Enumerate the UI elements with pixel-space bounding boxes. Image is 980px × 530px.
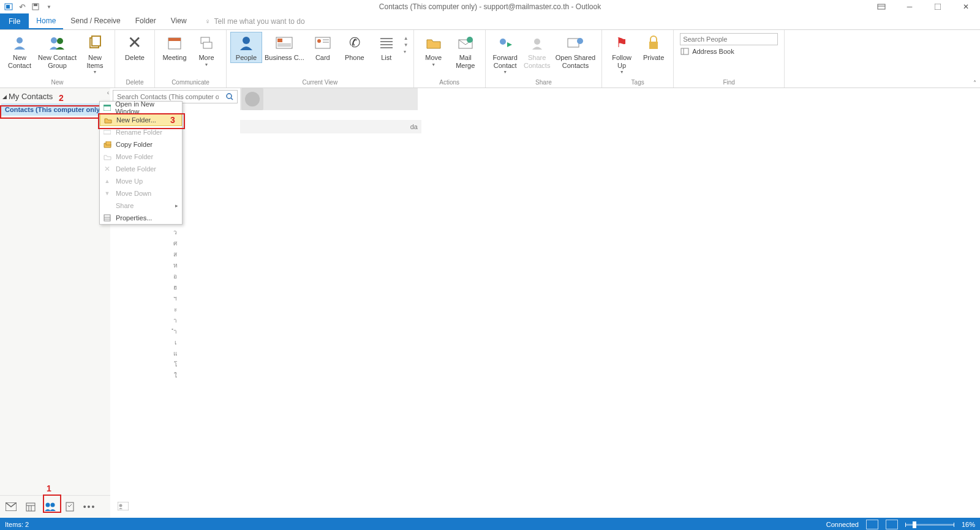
my-contacts-header[interactable]: ◢ My Contacts [0, 88, 110, 103]
private-button[interactable]: Private [638, 32, 669, 62]
search-people-input[interactable] [680, 33, 778, 45]
new-contact-group-button[interactable]: New Contact Group [36, 32, 79, 69]
index-letter[interactable]: ว [173, 228, 177, 236]
view-list-button[interactable]: List [371, 32, 402, 62]
index-letter[interactable]: ะ [174, 305, 177, 313]
view-card-label: Card [315, 54, 330, 62]
ribbon-display-icon[interactable] [867, 0, 895, 13]
svg-rect-21 [315, 37, 330, 48]
tab-view[interactable]: View [164, 13, 194, 29]
nav-calendar-icon[interactable] [21, 497, 40, 517]
view-business-card-button[interactable]: Business C... [262, 32, 307, 62]
zoom-slider[interactable] [905, 524, 954, 526]
address-book-button[interactable]: Address Book [680, 47, 778, 56]
follow-up-button[interactable]: ⚑ Follow Up ▼ [606, 32, 638, 75]
minimize-button[interactable]: ─ [895, 0, 924, 13]
index-letter[interactable]: เ [175, 338, 176, 346]
view-reading-icon[interactable] [886, 520, 898, 529]
share-contacts-button[interactable]: Share Contacts [521, 32, 553, 69]
bottom-person-card-icon[interactable] [118, 502, 129, 510]
ctx-open-new-window-label: Open in New Window [115, 100, 177, 115]
chevron-down-icon: ▼ [93, 70, 97, 75]
nav-tasks-icon[interactable] [60, 497, 80, 517]
index-letter[interactable]: า [173, 316, 177, 324]
folder-move-icon [424, 33, 443, 53]
maximize-button[interactable] [924, 0, 952, 13]
ctx-copy-folder[interactable]: Copy Folder [100, 138, 182, 151]
index-letter[interactable]: ห [173, 261, 178, 269]
index-letter[interactable]: ศ [173, 239, 177, 247]
view-people-button[interactable]: People [230, 32, 262, 63]
tab-send-receive[interactable]: Send / Receive [63, 13, 127, 29]
ribbon-group-tags: ⚑ Follow Up ▼ Private Tags [602, 30, 674, 88]
group-new-label: New [51, 78, 63, 88]
forward-contact-button[interactable]: Forward Contact ▼ [489, 32, 521, 75]
ctx-move-down-label: Move Down [116, 190, 151, 197]
content-area: da [240, 88, 980, 518]
delete-button[interactable]: ✕ Delete [119, 32, 151, 62]
person-icon [10, 33, 29, 53]
svg-rect-11 [92, 36, 100, 46]
index-letter[interactable]: ใ [174, 371, 177, 379]
sidebar-folder-contacts[interactable]: Contacts (This computer only) [1, 103, 109, 116]
ribbon-group-find: Address Book Find [674, 30, 785, 88]
index-letter[interactable]: ฯ [173, 294, 177, 302]
undo-icon[interactable]: ↶ [17, 2, 27, 12]
svg-rect-39 [26, 503, 35, 511]
ctx-move-folder: Move Folder [100, 151, 182, 163]
tab-home[interactable]: Home [29, 13, 63, 29]
delete-x-icon: ✕ [125, 33, 145, 53]
ribbon-group-current-view: People Business C... Card ✆ Phone List ▲… [227, 30, 414, 88]
view-card-button[interactable]: Card [307, 32, 339, 62]
open-shared-contacts-button[interactable]: Open Shared Contacts [553, 32, 598, 69]
collapse-folder-pane-icon[interactable]: ‹ [107, 89, 109, 96]
index-letter[interactable]: อ [173, 272, 177, 280]
collapse-ribbon-icon[interactable]: ˄ [973, 80, 976, 86]
index-letter[interactable]: ส [173, 250, 177, 258]
contact-card-header [240, 88, 418, 110]
contact-row[interactable]: da [240, 120, 421, 133]
view-gallery-scroll[interactable]: ▲ ▼ ▾ [402, 32, 410, 58]
search-contacts-input[interactable] [113, 93, 222, 100]
svg-rect-52 [104, 215, 110, 221]
ctx-properties[interactable]: Properties... [100, 212, 182, 224]
tab-folder[interactable]: Folder [128, 13, 164, 29]
nav-mail-icon[interactable] [1, 497, 21, 517]
chevron-down-icon: ▼ [431, 62, 435, 67]
mail-merge-button[interactable]: Mail Merge [450, 32, 481, 69]
index-letter[interactable]: แ [173, 349, 177, 357]
group-share-label: Share [535, 78, 552, 88]
svg-point-30 [467, 37, 473, 43]
nav-people-icon[interactable] [40, 497, 60, 517]
callout-number-3: 3 [170, 115, 175, 125]
status-zoom: 16% [962, 521, 975, 528]
move-button[interactable]: Move ▼ [418, 32, 450, 67]
svg-rect-51 [106, 141, 111, 145]
new-items-button[interactable]: New Items ▼ [79, 32, 111, 75]
index-letter[interactable]: ฮ [173, 283, 177, 291]
svg-point-43 [46, 503, 50, 507]
save-icon[interactable] [31, 2, 40, 12]
tab-file[interactable]: File [0, 13, 29, 29]
qat-dropdown-icon[interactable]: ▼ [44, 2, 54, 12]
view-phone-button[interactable]: ✆ Phone [339, 32, 371, 62]
view-list-label: List [381, 54, 391, 62]
ctx-open-new-window[interactable]: Open in New Window [100, 102, 182, 114]
tell-me-search[interactable]: ♀ Tell me what you want to do [205, 13, 305, 29]
ctx-move-up: ▲ Move Up [100, 175, 182, 187]
ctx-new-folder[interactable]: New Folder... [100, 114, 182, 126]
more-button[interactable]: More ▼ [190, 32, 222, 67]
ctx-rename-folder: Rename Folder [100, 126, 182, 138]
view-normal-icon[interactable] [866, 520, 878, 529]
close-button[interactable]: ✕ [952, 0, 980, 13]
down-arrow-icon: ▼ [102, 188, 112, 198]
open-shared-label: Open Shared Contacts [556, 54, 595, 69]
new-contact-button[interactable]: New Contact [4, 32, 36, 69]
more-label: More [198, 54, 214, 62]
search-icon[interactable] [222, 93, 237, 100]
index-letter[interactable]: โ [174, 360, 177, 368]
nav-more-icon[interactable]: ••• [80, 497, 99, 517]
index-letter[interactable]: ำ [173, 327, 177, 335]
meeting-button[interactable]: Meeting [159, 32, 190, 62]
new-items-label: New Items [87, 54, 104, 69]
